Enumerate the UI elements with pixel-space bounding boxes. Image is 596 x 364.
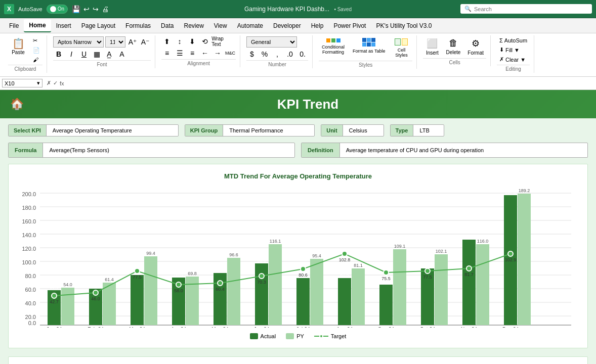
- font-size-dropdown[interactable]: 11: [105, 36, 125, 48]
- bar-nov-py: [476, 244, 489, 325]
- wrap-text-button[interactable]: Wrap Text: [212, 36, 223, 47]
- menu-insert[interactable]: Insert: [51, 20, 76, 32]
- clear-button[interactable]: ✗ Clear ▼: [497, 55, 528, 64]
- type-value[interactable]: LTB: [413, 125, 444, 136]
- menu-formulas[interactable]: Formulas: [120, 20, 156, 32]
- paste-button[interactable]: 📋 Paste: [8, 36, 28, 57]
- unit-value[interactable]: Celsius: [343, 125, 384, 136]
- align-right-button[interactable]: ≡: [187, 48, 198, 58]
- increase-font-button[interactable]: A⁺: [127, 37, 138, 47]
- indent-less-button[interactable]: ←: [199, 48, 210, 58]
- svg-text:Aug-24: Aug-24: [336, 327, 353, 328]
- menu-view[interactable]: View: [209, 20, 232, 32]
- align-top-button[interactable]: ⬆: [161, 36, 173, 47]
- merge-center-button[interactable]: M&C: [225, 48, 236, 58]
- cancel-formula-icon[interactable]: ✗: [47, 80, 51, 86]
- decrease-decimal-button[interactable]: 0.: [297, 49, 308, 59]
- copy-button[interactable]: 📄: [30, 46, 42, 55]
- file-name-text: Gaming Hardware KPI Dashb...: [244, 6, 329, 13]
- format-painter-icon: 🖌: [33, 57, 38, 63]
- align-center-button[interactable]: ☰: [174, 48, 185, 58]
- title-bar-right: 🔍: [445, 4, 592, 14]
- svg-text:122.9: 122.9: [463, 234, 475, 239]
- align-bottom-button[interactable]: ⬇: [187, 36, 198, 47]
- select-kpi-label: Select KPI: [9, 125, 47, 136]
- svg-text:200.0: 200.0: [22, 191, 36, 197]
- undo-icon[interactable]: ↩: [83, 5, 90, 13]
- insert-function-icon[interactable]: fx: [60, 80, 64, 86]
- redo-icon[interactable]: ↪: [93, 5, 99, 13]
- align-middle-button[interactable]: ↕: [174, 36, 185, 47]
- menu-data[interactable]: Data: [156, 20, 179, 32]
- menu-automate[interactable]: Automate: [232, 20, 268, 32]
- bar-sep-py: [393, 249, 406, 325]
- fill-button[interactable]: ⬇ Fill ▼: [497, 46, 522, 54]
- format-as-table-button[interactable]: Format as Table: [350, 36, 388, 55]
- increase-decimal-button[interactable]: .0: [284, 49, 295, 59]
- svg-text:52.0: 52.0: [91, 283, 100, 288]
- svg-text:Jan-24: Jan-24: [47, 327, 62, 328]
- menu-developer[interactable]: Developer: [268, 20, 306, 32]
- conditional-formatting-button[interactable]: ConditionalFormatting: [319, 36, 348, 57]
- menu-page-layout[interactable]: Page Layout: [76, 20, 120, 32]
- percent-button[interactable]: %: [259, 49, 270, 59]
- kpi-group-value[interactable]: Thermal Performance: [223, 125, 314, 136]
- comma-button[interactable]: ,: [272, 49, 283, 59]
- search-input[interactable]: [474, 6, 588, 12]
- insert-button[interactable]: ⬜ Insert: [423, 36, 441, 57]
- ribbon-clipboard-group: 📋 Paste ✂ 📄 🖌 Clipboard: [4, 35, 47, 73]
- delete-button[interactable]: 🗑 Delete: [443, 36, 463, 57]
- formula-input[interactable]: [68, 80, 594, 87]
- format-painter-button[interactable]: 🖌: [30, 56, 42, 64]
- font-color-button[interactable]: A: [116, 49, 127, 59]
- number-format-dropdown[interactable]: General: [246, 36, 297, 48]
- cs-label: CellStyles: [395, 48, 408, 58]
- search-box[interactable]: 🔍: [460, 4, 592, 14]
- target-dot-mar: [135, 268, 140, 274]
- name-box[interactable]: X10 ▾: [2, 79, 42, 87]
- italic-button[interactable]: I: [66, 49, 77, 59]
- quick-access-toolbar[interactable]: 💾 ↩ ↪ 🖨: [72, 5, 109, 13]
- number-content: General $ % , .0 0.: [246, 36, 308, 59]
- bold-button[interactable]: B: [53, 49, 64, 59]
- underline-button[interactable]: U: [78, 49, 90, 59]
- svg-text:120.0: 120.0: [22, 246, 36, 252]
- indent-more-button[interactable]: →: [212, 48, 223, 58]
- menu-review[interactable]: Review: [179, 20, 208, 32]
- cell-styles-button[interactable]: CellStyles: [390, 36, 412, 60]
- alignment-content: ⬆ ↕ ⬇ ⟲ Wrap Text ≡ ☰ ≡ ← → M&C: [161, 36, 236, 58]
- font-family-dropdown[interactable]: Aptos Narrow: [53, 36, 104, 48]
- editing-label: Editing: [497, 65, 530, 72]
- font-row2: B I U ▦ A̲ A: [53, 49, 127, 59]
- format-button[interactable]: ⚙ Format: [465, 36, 486, 57]
- border-button[interactable]: ▦: [91, 49, 102, 59]
- svg-text:80.0: 80.0: [25, 273, 36, 279]
- number-row2: $ % , .0 0.: [246, 49, 308, 59]
- align-left-button[interactable]: ≡: [161, 48, 173, 58]
- clipboard-label: Clipboard: [8, 65, 42, 72]
- currency-button[interactable]: $: [246, 49, 258, 59]
- autosave-toggle[interactable]: On: [47, 5, 68, 14]
- autosum-button[interactable]: Σ AutoSum: [497, 36, 530, 44]
- cs-icon: [395, 38, 408, 46]
- saved-text: • Saved: [334, 7, 352, 12]
- select-kpi-value[interactable]: Average Operating Temperature: [47, 125, 178, 136]
- print-icon[interactable]: 🖨: [102, 5, 109, 13]
- menu-power-pivot[interactable]: Power Pivot: [328, 20, 371, 32]
- cut-button[interactable]: ✂: [30, 36, 42, 45]
- menu-pk-utility[interactable]: PK's Utility Tool V3.0: [371, 20, 437, 32]
- chart-legend: Actual PY Target: [17, 333, 579, 340]
- menu-help[interactable]: Help: [306, 20, 329, 32]
- menu-home[interactable]: Home: [24, 19, 51, 32]
- definition-box: Definition Average temperature of CPU an…: [301, 143, 588, 158]
- format-icon: ⚙: [472, 38, 480, 49]
- save-icon[interactable]: 💾: [72, 5, 80, 13]
- text-angle-button[interactable]: ⟲: [199, 36, 210, 47]
- fill-color-button[interactable]: A̲: [104, 49, 115, 59]
- cell-reference: X10: [5, 80, 15, 86]
- home-icon[interactable]: 🏠: [10, 98, 24, 111]
- alignment-label: Alignment: [161, 59, 236, 66]
- confirm-formula-icon[interactable]: ✓: [53, 80, 58, 86]
- menu-file[interactable]: File: [4, 20, 24, 32]
- decrease-font-button[interactable]: A⁻: [140, 37, 151, 47]
